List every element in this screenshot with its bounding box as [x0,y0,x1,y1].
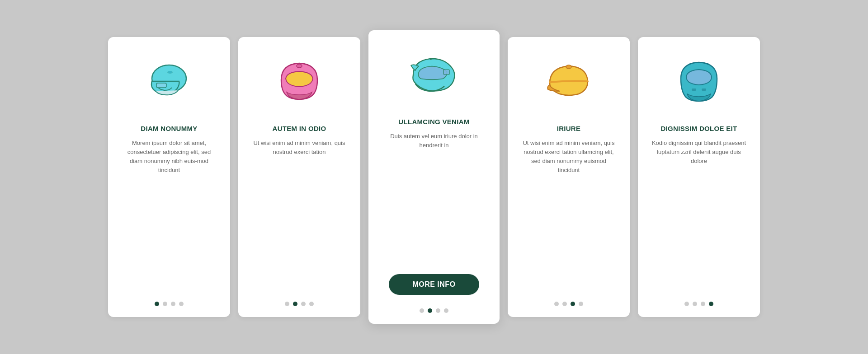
card-2: AUTEM IN ODIO Ut wisi enim ad minim veni… [238,37,360,317]
svg-rect-7 [692,88,696,91]
helmet-icon-5 [667,51,731,114]
dot [428,308,432,313]
svg-rect-5 [443,70,449,75]
svg-rect-1 [156,83,166,88]
cards-container: DIAM NONUMMY Morem ipsum dolor sit amet,… [81,12,787,342]
helmet-icon-1 [137,51,201,114]
dot [285,302,289,306]
card-2-title: AUTEM IN ODIO [273,125,326,132]
card-4-dots [554,297,583,306]
svg-point-6 [566,65,571,69]
card-1: DIAM NONUMMY Morem ipsum dolor sit amet,… [108,37,230,317]
card-1-dots [155,297,184,306]
dot [693,302,697,306]
dot [155,302,159,306]
dot [562,302,567,306]
dot [301,302,306,306]
card-3: ULLAMCING VENIAM Duis autem vel eum iriu… [368,30,500,324]
helmet-icon-2 [268,51,331,114]
card-5-text: Kodio dignissim qui blandit praesent lup… [651,139,747,288]
dot [293,302,297,306]
dot [571,302,575,306]
card-3-text: Duis autem vel eum iriure dolor in hendr… [381,132,487,265]
dot [554,302,559,306]
card-4: IRIURE Ut wisi enim ad minim veniam, qui… [508,37,630,317]
svg-point-4 [297,64,302,68]
dot [709,302,713,306]
dot [179,302,184,306]
card-3-title: ULLAMCING VENIAM [398,118,469,126]
dot [436,308,440,313]
dot [701,302,705,306]
card-4-text: Ut wisi enim ad minim veniam, quis nostr… [520,139,617,288]
dot [579,302,583,306]
card-5-dots [684,297,713,306]
card-2-dots [285,297,314,306]
card-5: DIGNISSIM DOLOE EIT Kodio dignissim qui … [638,37,760,317]
card-4-title: IRIURE [557,125,581,132]
dot [163,302,167,306]
card-3-dots [420,304,448,313]
helmet-icon-3 [402,44,466,107]
dot [420,308,424,313]
svg-point-3 [168,71,172,74]
card-1-text: Morem ipsum dolor sit amet, consectetuer… [121,139,217,288]
more-info-button[interactable]: MORE INFO [389,274,479,295]
dot [444,308,448,313]
card-1-title: DIAM NONUMMY [141,125,197,132]
dot [684,302,689,306]
card-2-text: Ut wisi enim ad minim veniam, quis nostr… [251,139,348,288]
dot [171,302,175,306]
svg-rect-8 [702,88,706,91]
card-5-title: DIGNISSIM DOLOE EIT [660,125,737,132]
dot [309,302,314,306]
helmet-icon-4 [537,51,600,114]
